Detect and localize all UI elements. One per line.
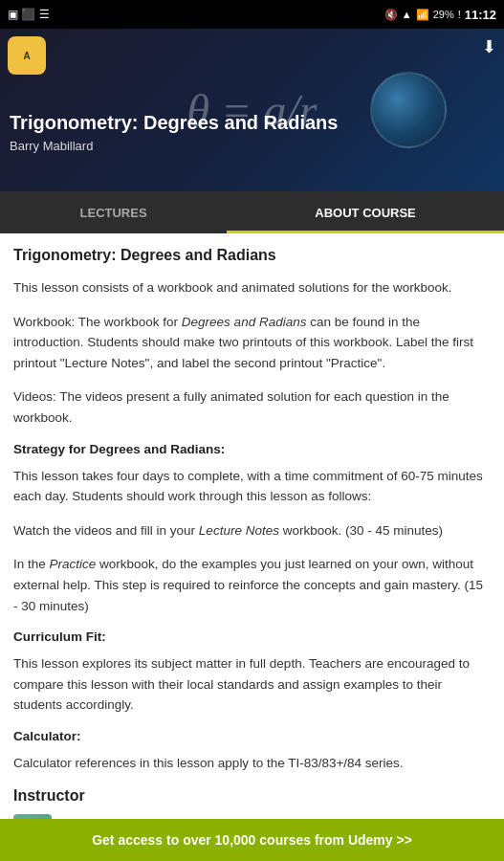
app-icon: ▣ ⬛ ☰ — [8, 8, 50, 21]
instructor-title: Instructor — [13, 787, 491, 805]
watch-videos-paragraph: Watch the videos and fill in your Lectur… — [13, 520, 491, 541]
header-title-area: Trigonometry: Degrees and Radians Barry … — [10, 110, 408, 153]
practice-prefix: In the — [13, 557, 50, 571]
curriculum-heading: Curriculum Fit: — [13, 629, 491, 644]
mute-icon: 🔇 — [384, 9, 398, 21]
status-time: 11:12 — [465, 8, 496, 22]
watch-prefix: Watch the videos and fill in your — [13, 523, 199, 538]
battery-percent: 29% — [433, 9, 454, 20]
calculator-paragraph: Calculator references in this lesson app… — [13, 753, 491, 774]
status-bar: ▣ ⬛ ☰ 🔇 ▲ 📶 29% ! 11:12 — [0, 0, 504, 29]
course-header-title: Trigonometry: Degrees and Radians — [10, 110, 408, 135]
tab-about-label: ABOUT COURSE — [315, 206, 415, 220]
status-right-icons: 🔇 ▲ 📶 29% ! 11:12 — [384, 8, 496, 22]
main-content: Trigonometry: Degrees and Radians This l… — [0, 233, 504, 861]
status-left-icons: ▣ ⬛ ☰ — [8, 8, 50, 21]
banner-text: Get access to over 10,000 courses from U… — [92, 832, 412, 848]
tab-lectures-label: LECTURES — [80, 206, 147, 220]
bottom-banner[interactable]: Get access to over 10,000 courses from U… — [0, 819, 504, 861]
workbook-paragraph: Workbook: The workbook for Degrees and R… — [13, 312, 491, 374]
curriculum-paragraph: This lesson explores its subject matter … — [13, 653, 491, 716]
tabs-bar: LECTURES ABOUT COURSE — [0, 191, 504, 233]
page-title: Trigonometry: Degrees and Radians — [13, 247, 491, 264]
practice-italic: Practice — [50, 557, 97, 571]
download-icon: ⬇ — [482, 37, 496, 56]
lesson-duration-paragraph: This lesson takes four days to complete,… — [13, 466, 491, 507]
download-button[interactable]: ⬇ — [482, 36, 496, 57]
alert-icon: ! — [458, 9, 461, 20]
strategy-heading: Strategy for Degrees and Radians: — [13, 442, 491, 456]
logo-letter: A — [23, 51, 30, 61]
app-logo: A — [8, 36, 46, 75]
wifi-icon: ▲ — [402, 9, 412, 20]
calculator-heading: Calculator: — [13, 729, 491, 743]
videos-paragraph: Videos: The videos present a fully anima… — [13, 386, 491, 428]
workbook-prefix: Workbook: The workbook for — [13, 315, 182, 329]
workbook-title-italic: Degrees and Radians — [182, 315, 307, 329]
tab-about-course[interactable]: ABOUT COURSE — [227, 191, 504, 233]
tab-lectures[interactable]: LECTURES — [0, 191, 227, 233]
course-author: Barry Mabillard — [10, 139, 408, 153]
signal-icon: 📶 — [416, 9, 429, 21]
watch-suffix: workbook. (30 - 45 minutes) — [279, 523, 443, 538]
intro-paragraph: This lesson consists of a workbook and a… — [13, 277, 491, 298]
practice-paragraph: In the Practice workbook, do the example… — [13, 554, 491, 616]
lecture-notes-italic: Lecture Notes — [199, 523, 279, 538]
header-area: θ = a/r A ⬇ Trigonometry: Degrees and Ra… — [0, 29, 504, 191]
